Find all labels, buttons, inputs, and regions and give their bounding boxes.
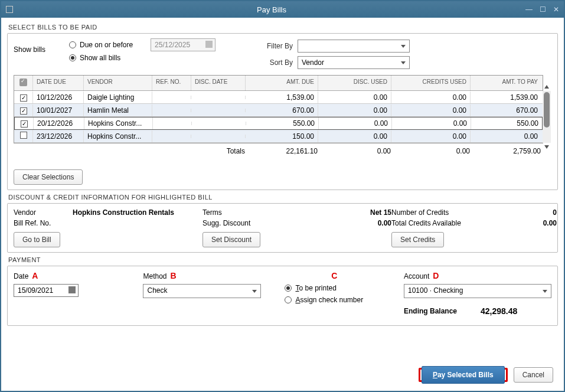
app-icon: [6, 6, 13, 13]
pay-bills-window: { "window": { "title": "Pay Bills" }, "s…: [0, 0, 565, 392]
totals-credits-used: 0.00: [391, 147, 470, 155]
clear-selections-button[interactable]: Clear Selections: [14, 169, 83, 185]
totals-row: Totals 22,161.10 0.00 0.00 2,759.00: [14, 143, 551, 159]
payment-section-label: PAYMENT: [8, 256, 558, 263]
window-title: Pay Bills: [18, 5, 525, 14]
sort-by-label: Sort By: [257, 58, 293, 67]
to-be-printed-radio[interactable]: [285, 285, 292, 292]
row-checkbox[interactable]: [21, 120, 28, 128]
totals-label: Totals: [191, 147, 245, 155]
payment-date-label: Date: [14, 272, 28, 280]
set-credits-button[interactable]: Set Credits: [391, 232, 444, 247]
th-date-due[interactable]: DATE DUE: [33, 76, 84, 90]
ending-balance-value: 42,298.48: [481, 306, 517, 316]
th-disc-date[interactable]: DISC. DATE: [191, 76, 246, 90]
bills-table: DATE DUE VENDOR REF. NO. DISC. DATE AMT.…: [14, 75, 543, 143]
payment-panel: DateA 15/09/2021 MethodB Check C To be p…: [7, 266, 558, 326]
total-credits-label: Total Credits Available: [391, 219, 492, 227]
minimize-icon[interactable]: —: [525, 5, 533, 14]
totals-disc-used: 0.00: [318, 147, 391, 155]
table-row[interactable]: 23/12/2026 Hopkins Constr... 150.00 0.00…: [14, 130, 543, 143]
table-scrollbar[interactable]: [543, 91, 551, 143]
table-row[interactable]: 10/01/2027 Hamlin Metal 670.00 0.00 0.00…: [14, 104, 543, 117]
th-credits-used[interactable]: CREDITS USED: [391, 76, 471, 90]
terms-value: Net 15: [285, 208, 391, 217]
cancel-button[interactable]: Cancel: [514, 367, 553, 383]
to-be-printed-label: To be printed: [295, 284, 336, 292]
account-select[interactable]: 10100 · Checking: [404, 284, 551, 298]
go-to-bill-button[interactable]: Go to Bill: [14, 232, 60, 247]
show-bills-label: Show bills: [14, 38, 61, 54]
th-amt-to-pay[interactable]: AMT. TO PAY: [471, 76, 541, 90]
num-credits-label: Number of Credits: [391, 208, 492, 217]
titlebar: Pay Bills — ☐ ✕: [1, 1, 564, 18]
table-header: DATE DUE VENDOR REF. NO. DISC. DATE AMT.…: [14, 76, 543, 91]
vendor-label: Vendor: [14, 208, 73, 217]
ending-balance-label: Ending Balance: [404, 307, 457, 315]
discount-info-section-label: DISCOUNT & CREDIT INFORMATION FOR HIGHLI…: [8, 194, 558, 201]
totals-amt-due: 22,161.10: [245, 147, 318, 155]
ref-label: Bill Ref. No.: [14, 219, 73, 227]
annotation-c: C: [331, 271, 337, 280]
annotation-highlight: Pay Selected Bills: [419, 368, 508, 382]
payment-date-input[interactable]: 15/09/2021: [14, 284, 79, 297]
annotation-a: A: [32, 271, 38, 280]
scroll-thumb[interactable]: [544, 92, 550, 128]
show-all-label: Show all bills: [80, 54, 120, 62]
sort-by-select[interactable]: Vendor: [298, 56, 410, 69]
annotation-b: B: [171, 271, 177, 280]
annotation-d: D: [433, 271, 439, 280]
sugg-disc-label: Sugg. Discount: [203, 219, 285, 227]
select-bills-section-label: SELECT BILLS TO BE PAID: [8, 24, 558, 31]
total-credits-value: 0.00: [492, 219, 557, 227]
sugg-disc-value: 0.00: [285, 219, 391, 227]
terms-label: Terms: [203, 208, 285, 217]
filter-by-label: Filter By: [257, 42, 293, 50]
assign-check-label: Assign check number: [295, 296, 363, 304]
vendor-value: Hopkins Construction Rentals: [73, 208, 203, 217]
num-credits-value: 0: [492, 208, 557, 217]
th-amt-due[interactable]: AMT. DUE: [246, 76, 318, 90]
th-ref-no[interactable]: REF. NO.: [152, 76, 191, 90]
method-label: Method: [143, 272, 166, 280]
select-all-checkbox[interactable]: [19, 79, 27, 86]
row-checkbox[interactable]: [20, 132, 27, 139]
footer-buttons: Pay Selected Bills Cancel: [419, 367, 553, 383]
calendar-icon[interactable]: [68, 286, 76, 293]
scroll-up-icon[interactable]: [544, 85, 549, 89]
row-checkbox[interactable]: [20, 107, 27, 115]
window-controls: — ☐ ✕: [525, 5, 559, 14]
th-disc-used[interactable]: DISC. USED: [318, 76, 391, 90]
show-all-radio[interactable]: [69, 54, 76, 61]
method-select[interactable]: Check: [143, 284, 261, 298]
pay-selected-bills-button[interactable]: Pay Selected Bills: [422, 366, 505, 384]
totals-amt-to-pay: 2,759.00: [470, 147, 541, 155]
table-row[interactable]: 20/12/2026 Hopkins Constr... 550.00 0.00…: [14, 117, 543, 130]
close-icon[interactable]: ✕: [553, 5, 559, 14]
calendar-icon: [205, 41, 213, 48]
due-on-radio[interactable]: [69, 41, 76, 48]
discount-info-panel: Vendor Hopkins Construction Rentals Term…: [7, 203, 558, 253]
due-on-date-input[interactable]: 25/12/2025: [151, 38, 215, 51]
scroll-down-icon[interactable]: [544, 145, 549, 149]
set-discount-button[interactable]: Set Discount: [203, 232, 260, 247]
table-body: 10/12/2026 Daigle Lighting 1,539.00 0.00…: [14, 91, 543, 143]
table-row[interactable]: 10/12/2026 Daigle Lighting 1,539.00 0.00…: [14, 91, 543, 104]
row-checkbox[interactable]: [20, 94, 27, 102]
account-label: Account: [404, 272, 429, 280]
th-vendor[interactable]: VENDOR: [84, 76, 152, 90]
due-on-label: Due on or before: [80, 41, 133, 49]
assign-check-radio[interactable]: [285, 296, 292, 303]
maximize-icon[interactable]: ☐: [540, 5, 546, 14]
filter-by-select[interactable]: [298, 40, 410, 53]
select-bills-panel: Show bills Due on or before 25/12/2025 S…: [7, 33, 558, 190]
